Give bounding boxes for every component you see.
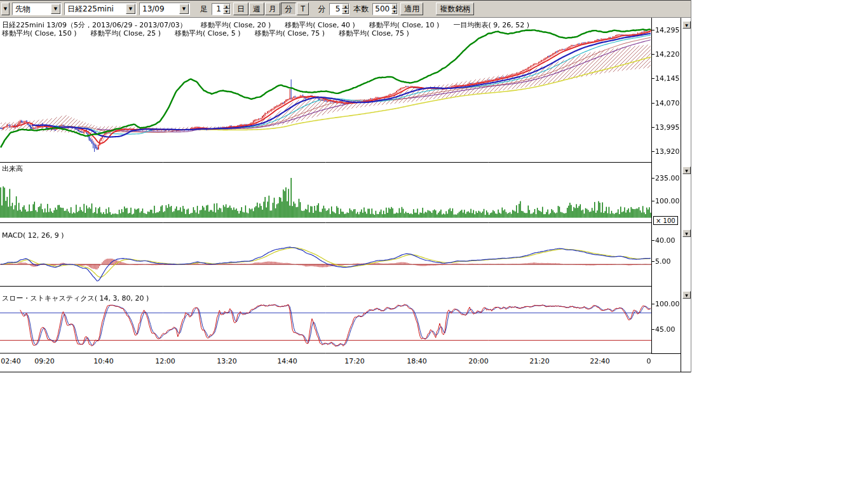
market-select-value: 先物 xyxy=(13,4,51,15)
contract-month-value: 13/09 xyxy=(140,4,179,13)
chevron-down-icon[interactable]: ▼ xyxy=(51,4,60,14)
volume-axis-label: 100.00 xyxy=(655,197,680,205)
axis-right-border xyxy=(681,18,681,372)
chart-legend-line2: 移動平均( Close, 150 )移動平均( Close, 25 )移動平均(… xyxy=(2,29,409,38)
volume-panel-menu-button[interactable]: ▼ xyxy=(682,166,691,174)
plot-bottom-border xyxy=(651,353,681,354)
time-axis-label: 12:00 xyxy=(155,357,175,365)
chevron-down-icon[interactable]: ▼ xyxy=(126,4,135,14)
arrow-down-icon[interactable]: ▼ xyxy=(342,9,349,14)
volume-unit-label: × 100 xyxy=(653,216,678,225)
time-axis-label: 13:20 xyxy=(217,357,237,365)
minute-stepper[interactable]: 5 ▲▼ xyxy=(329,3,349,15)
contract-month-select[interactable]: 13/09 ▼ xyxy=(139,3,190,15)
legend-item: 移動平均( Close, 5 ) xyxy=(175,29,241,38)
symbol-select[interactable]: 日経225mini ▼ xyxy=(64,3,137,15)
legend-item: 移動平均( Close, 25 ) xyxy=(91,29,161,38)
macd-axis-label: 40.00 xyxy=(655,236,675,245)
bar-count-stepper[interactable]: 500 ▲▼ xyxy=(372,3,398,15)
legend-item: 移動平均( Close, 150 ) xyxy=(2,29,77,38)
price-axis-label: 13,995 xyxy=(655,123,680,132)
price-axis-label: 14,070 xyxy=(655,99,680,107)
price-axis-label: 14,145 xyxy=(655,74,680,83)
apply-button[interactable]: 適用 xyxy=(400,3,423,15)
time-axis-label: 20:00 xyxy=(468,357,489,365)
chart-application-window: ▼ 先物 ▼ 日経225mini ▼ 13/09 ▼ 足 1 ▲▼ 日週月分T … xyxy=(0,0,691,373)
minute-label: 分 xyxy=(316,4,327,15)
legend-item: 移動平均( Close, 75 ) xyxy=(339,29,409,38)
chevron-down-icon: ▼ xyxy=(685,168,688,173)
plot-right-border xyxy=(651,18,652,353)
stepper-arrows[interactable]: ▲▼ xyxy=(223,4,230,14)
period-button-2[interactable]: 週 xyxy=(249,3,264,15)
arrow-up-icon[interactable]: ▲ xyxy=(342,4,349,9)
toolbar-collapse-button[interactable]: ▼ xyxy=(1,3,10,15)
stoch-axis-label: 45.00 xyxy=(655,325,675,334)
volume-axis-label: 235.00 xyxy=(655,174,680,182)
market-select[interactable]: 先物 ▼ xyxy=(12,3,62,15)
minute-value: 5 xyxy=(330,4,342,13)
stochastics-panel-title: スロー・ストキャスティクス( 14, 3, 80, 20 ) xyxy=(2,294,149,303)
time-axis-label: 09:20 xyxy=(34,357,55,365)
time-axis-label: 17:20 xyxy=(344,357,365,365)
macd-panel-title: MACD( 12, 26, 9 ) xyxy=(2,231,64,240)
chevron-down-icon: ▼ xyxy=(685,293,688,297)
macd-panel-menu-button[interactable]: ▼ xyxy=(682,229,691,237)
volume-panel-title: 出来高 xyxy=(2,164,23,173)
chart-area: 日経225mini 13/09（5分，2013/06/29 - 2013/07/… xyxy=(0,18,691,373)
price-axis-label: 14,220 xyxy=(655,50,680,58)
window-right-border xyxy=(691,0,691,372)
macd-axis-label: 5.00 xyxy=(655,257,671,266)
arrow-up-icon[interactable]: ▲ xyxy=(391,4,397,9)
bar-count-label: 本数 xyxy=(352,4,370,15)
period-button-4[interactable]: 分 xyxy=(281,3,296,15)
time-axis-label: 22:40 xyxy=(590,357,610,365)
bar-interval-value: 1 xyxy=(212,4,223,13)
arrow-down-icon[interactable]: ▼ xyxy=(391,9,397,14)
chevron-down-icon[interactable]: ▼ xyxy=(179,4,189,14)
time-axis-label: 18:40 xyxy=(407,357,427,365)
window-bottom-border xyxy=(0,372,691,372)
arrow-down-icon[interactable]: ▼ xyxy=(223,9,230,14)
period-button-5[interactable]: T xyxy=(297,3,309,15)
time-axis-label: 21:20 xyxy=(529,357,550,365)
toolbar: ▼ 先物 ▼ 日経225mini ▼ 13/09 ▼ 足 1 ▲▼ 日週月分T … xyxy=(0,0,691,18)
chevron-down-icon: ▼ xyxy=(685,231,688,236)
arrow-up-icon[interactable]: ▲ xyxy=(223,4,230,9)
symbol-select-value: 日経225mini xyxy=(65,4,126,15)
bar-interval-stepper[interactable]: 1 ▲▼ xyxy=(212,3,231,15)
time-axis-label: 02:40 xyxy=(1,357,21,365)
stoch-panel-menu-button[interactable]: ▼ xyxy=(682,291,691,299)
chevron-down-icon: ▼ xyxy=(685,23,688,27)
time-axis-label: 10:40 xyxy=(93,357,114,365)
price-chart-canvas[interactable] xyxy=(0,18,651,354)
legend-item: 一目均衡表( 9, 26, 52 ) xyxy=(453,20,529,30)
time-axis-label: 14:40 xyxy=(277,357,297,365)
period-button-group: 日週月分T xyxy=(233,3,309,15)
legend-item: 移動平均( Close, 75 ) xyxy=(255,29,325,38)
time-axis-label: 0 xyxy=(647,357,651,365)
multi-symbol-button[interactable]: 複数銘柄 xyxy=(436,3,474,15)
price-panel-menu-button[interactable]: ▼ xyxy=(682,21,691,29)
stepper-arrows[interactable]: ▲▼ xyxy=(342,4,349,14)
stoch-axis-label: 100.00 xyxy=(655,300,680,308)
period-button-1[interactable]: 日 xyxy=(233,3,248,15)
price-axis-label: 14,295 xyxy=(655,26,680,34)
bar-interval-label: 足 xyxy=(199,4,209,15)
price-axis-label: 13,920 xyxy=(655,147,680,156)
bar-count-value: 500 xyxy=(373,4,391,13)
stepper-arrows[interactable]: ▲▼ xyxy=(391,4,397,14)
period-button-3[interactable]: 月 xyxy=(265,3,280,15)
chevron-down-icon: ▼ xyxy=(4,6,7,11)
